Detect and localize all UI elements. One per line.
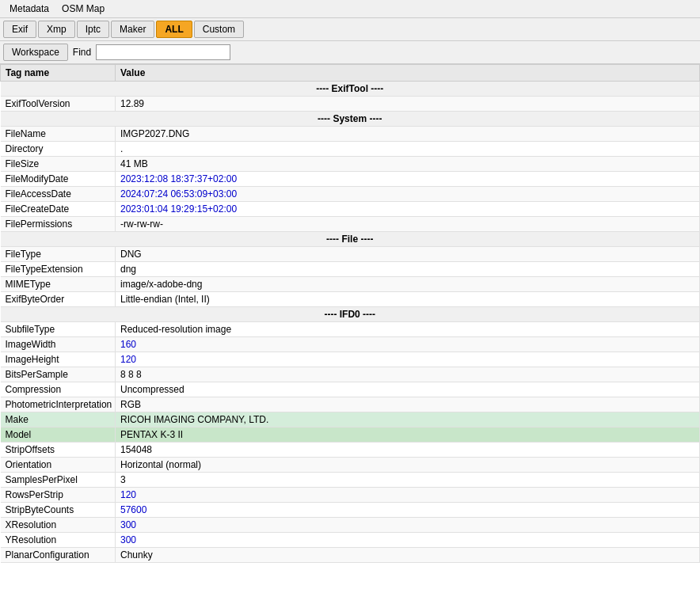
table-row: FileModifyDate2023:12:08 18:37:37+02:00 bbox=[1, 172, 700, 187]
table-row: Directory. bbox=[1, 142, 700, 157]
table-row: SubfileTypeReduced-resolution image bbox=[1, 322, 700, 337]
metadata-table-container: Tag name Value ---- ExifTool ----ExifToo… bbox=[0, 64, 700, 589]
value-cell: Reduced-resolution image bbox=[116, 322, 700, 337]
tab-all[interactable]: ALL bbox=[156, 21, 192, 38]
value-cell: image/x-adobe-dng bbox=[116, 277, 700, 292]
table-row: ---- ExifTool ---- bbox=[1, 82, 700, 97]
tag-name-cell: FileTypeExtension bbox=[1, 262, 116, 277]
tag-name-cell: StripByteCounts bbox=[1, 503, 116, 518]
value-cell: 2023:12:08 18:37:37+02:00 bbox=[116, 172, 700, 187]
tab-custom[interactable]: Custom bbox=[194, 21, 244, 38]
tab-iptc[interactable]: Iptc bbox=[77, 21, 109, 38]
tab-maker[interactable]: Maker bbox=[111, 21, 154, 38]
value-cell: PENTAX K-3 II bbox=[116, 428, 700, 443]
tag-name-cell: XResolution bbox=[1, 518, 116, 533]
section-header-cell: ---- ExifTool ---- bbox=[1, 82, 700, 97]
value-cell: 12.89 bbox=[116, 97, 700, 112]
table-row: FileTypeDNG bbox=[1, 247, 700, 262]
table-row: SamplesPerPixel3 bbox=[1, 473, 700, 488]
value-cell: DNG bbox=[116, 247, 700, 262]
table-row: MIMETypeimage/x-adobe-dng bbox=[1, 277, 700, 292]
tag-name-cell: Make bbox=[1, 412, 116, 428]
menu-metadata[interactable]: Metadata bbox=[3, 2, 55, 16]
section-header-cell: ---- IFD0 ---- bbox=[1, 307, 700, 322]
tag-name-cell: MIMEType bbox=[1, 277, 116, 292]
tab-xmp[interactable]: Xmp bbox=[38, 21, 75, 38]
value-cell: dng bbox=[116, 262, 700, 277]
workspace-button[interactable]: Workspace bbox=[3, 44, 68, 61]
table-row: MakeRICOH IMAGING COMPANY, LTD. bbox=[1, 412, 700, 428]
table-row: PlanarConfigurationChunky bbox=[1, 548, 700, 563]
tab-toolbar: Exif Xmp Iptc Maker ALL Custom bbox=[0, 18, 700, 41]
tag-name-cell: StripOffsets bbox=[1, 443, 116, 458]
table-row: FileNameIMGP2027.DNG bbox=[1, 127, 700, 142]
menu-osm-map[interactable]: OSM Map bbox=[55, 2, 111, 16]
tag-name-cell: FileSize bbox=[1, 157, 116, 172]
table-row: ExifByteOrderLittle-endian (Intel, II) bbox=[1, 292, 700, 307]
tag-name-cell: Orientation bbox=[1, 458, 116, 473]
metadata-table: Tag name Value ---- ExifTool ----ExifToo… bbox=[0, 64, 700, 563]
value-cell: 2024:07:24 06:53:09+03:00 bbox=[116, 187, 700, 202]
table-row: PhotometricInterpretationRGB bbox=[1, 397, 700, 412]
section-header-cell: ---- System ---- bbox=[1, 112, 700, 127]
value-cell: 120 bbox=[116, 352, 700, 367]
table-row: OrientationHorizontal (normal) bbox=[1, 458, 700, 473]
value-cell: Uncompressed bbox=[116, 382, 700, 397]
value-cell: IMGP2027.DNG bbox=[116, 127, 700, 142]
value-cell: 154048 bbox=[116, 443, 700, 458]
value-cell: RGB bbox=[116, 397, 700, 412]
menu-bar: Metadata OSM Map bbox=[0, 0, 700, 18]
find-label: Find bbox=[73, 47, 91, 58]
tag-name-cell: Compression bbox=[1, 382, 116, 397]
tag-name-cell: FileAccessDate bbox=[1, 187, 116, 202]
table-row: XResolution300 bbox=[1, 518, 700, 533]
tag-name-cell: YResolution bbox=[1, 533, 116, 548]
table-row: FileAccessDate2024:07:24 06:53:09+03:00 bbox=[1, 187, 700, 202]
tag-name-cell: PhotometricInterpretation bbox=[1, 397, 116, 412]
table-row: RowsPerStrip120 bbox=[1, 488, 700, 503]
find-input[interactable] bbox=[96, 44, 230, 60]
value-cell: Chunky bbox=[116, 548, 700, 563]
table-row: FileSize41 MB bbox=[1, 157, 700, 172]
value-cell: -rw-rw-rw- bbox=[116, 217, 700, 232]
table-row: YResolution300 bbox=[1, 533, 700, 548]
tag-name-cell: PlanarConfiguration bbox=[1, 548, 116, 563]
table-row: StripByteCounts57600 bbox=[1, 503, 700, 518]
col-value: Value bbox=[116, 65, 700, 82]
tag-name-cell: Model bbox=[1, 428, 116, 443]
value-cell: 300 bbox=[116, 533, 700, 548]
tag-name-cell: BitsPerSample bbox=[1, 367, 116, 382]
value-cell: 41 MB bbox=[116, 157, 700, 172]
tag-name-cell: SamplesPerPixel bbox=[1, 473, 116, 488]
table-row: ExifToolVersion12.89 bbox=[1, 97, 700, 112]
value-cell: 120 bbox=[116, 488, 700, 503]
value-cell: 3 bbox=[116, 473, 700, 488]
tag-name-cell: FileCreateDate bbox=[1, 202, 116, 217]
workspace-toolbar: Workspace Find bbox=[0, 41, 700, 64]
tag-name-cell: FilePermissions bbox=[1, 217, 116, 232]
value-cell: 8 8 8 bbox=[116, 367, 700, 382]
value-cell: RICOH IMAGING COMPANY, LTD. bbox=[116, 412, 700, 428]
col-tag-name: Tag name bbox=[1, 65, 116, 82]
value-cell: . bbox=[116, 142, 700, 157]
tab-exif[interactable]: Exif bbox=[3, 21, 36, 38]
table-row: ---- System ---- bbox=[1, 112, 700, 127]
tag-name-cell: Directory bbox=[1, 142, 116, 157]
value-cell: 57600 bbox=[116, 503, 700, 518]
table-row: ImageWidth160 bbox=[1, 337, 700, 352]
table-row: FileCreateDate2023:01:04 19:29:15+02:00 bbox=[1, 202, 700, 217]
table-row: FilePermissions-rw-rw-rw- bbox=[1, 217, 700, 232]
table-row: CompressionUncompressed bbox=[1, 382, 700, 397]
tag-name-cell: FileType bbox=[1, 247, 116, 262]
tag-name-cell: ImageWidth bbox=[1, 337, 116, 352]
value-cell: Horizontal (normal) bbox=[116, 458, 700, 473]
tag-name-cell: ImageHeight bbox=[1, 352, 116, 367]
table-row: StripOffsets154048 bbox=[1, 443, 700, 458]
tag-name-cell: FileModifyDate bbox=[1, 172, 116, 187]
table-row: ImageHeight120 bbox=[1, 352, 700, 367]
section-header-cell: ---- File ---- bbox=[1, 232, 700, 247]
value-cell: Little-endian (Intel, II) bbox=[116, 292, 700, 307]
value-cell: 160 bbox=[116, 337, 700, 352]
table-row: FileTypeExtensiondng bbox=[1, 262, 700, 277]
table-row: ---- File ---- bbox=[1, 232, 700, 247]
